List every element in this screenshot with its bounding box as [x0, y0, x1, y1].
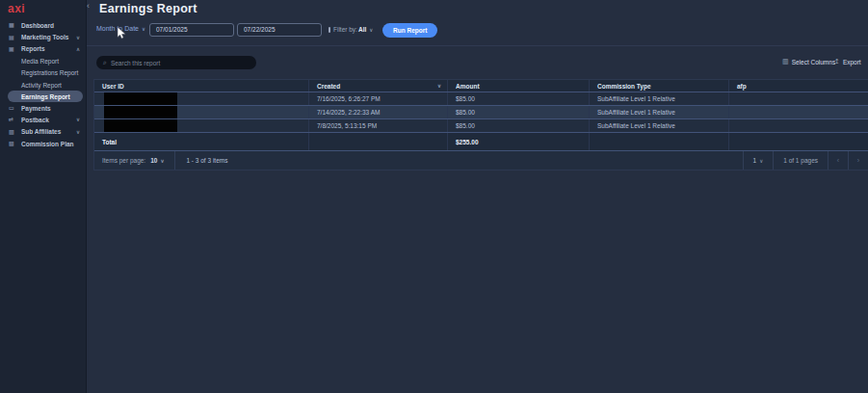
- sidebar-item-label: Registrations Report: [21, 69, 78, 76]
- user-id-cell: [94, 106, 309, 118]
- date-from-input[interactable]: [150, 26, 241, 33]
- afp-cell: [729, 119, 868, 132]
- payments-icon: ▭: [9, 105, 16, 111]
- sidebar-item-dashboard[interactable]: ▦ Dashboard: [0, 19, 87, 31]
- chevron-down-icon: ∨: [76, 35, 80, 40]
- total-label: Total: [94, 133, 309, 150]
- pagination-range: 1 - 3 of 3 items: [186, 157, 227, 164]
- items-per-page-value: 10: [150, 157, 157, 164]
- amount-cell: $85.00: [448, 92, 590, 105]
- table-row[interactable]: 7/8/2025, 5:13:15 PM $85.00 SubAffiliate…: [94, 119, 868, 133]
- sidebar-item-label: Activity Report: [21, 82, 62, 89]
- sidebar-item-registrations-report[interactable]: Registrations Report: [0, 67, 87, 79]
- export-icon: ↥: [834, 58, 840, 66]
- filter-by-label: Filter by:: [333, 26, 357, 33]
- sidebar-item-commission-plan[interactable]: ▧ Commission Plan: [0, 138, 87, 149]
- sidebar-item-label: Reports: [21, 45, 45, 52]
- date-to-field[interactable]: [237, 23, 322, 37]
- sidebar-item-label: Media Report: [21, 58, 59, 65]
- chevron-down-icon: ∨: [759, 158, 763, 164]
- prev-page-button[interactable]: ‹: [828, 151, 848, 170]
- total-created-cell: [309, 133, 448, 150]
- sidebar-item-earnings-report[interactable]: Earnings Report: [8, 91, 83, 102]
- table-total-row: Total $255.00: [94, 133, 868, 151]
- select-columns-button[interactable]: ▥ Select Columns: [782, 58, 835, 66]
- filter-by-value: All: [358, 26, 366, 33]
- sidebar-item-media-report[interactable]: Media Report: [0, 55, 87, 66]
- sidebar-item-marketing-tools[interactable]: ▤ Marketing Tools ∨: [0, 31, 87, 42]
- sidebar-item-label: Postback: [21, 117, 49, 123]
- columns-icon: ▥: [782, 58, 789, 66]
- app-logo[interactable]: axi: [8, 2, 25, 15]
- export-label: Export: [843, 59, 861, 66]
- chevron-down-icon: ∨: [369, 27, 373, 33]
- next-page-button[interactable]: ›: [848, 151, 868, 170]
- sidebar-item-payments[interactable]: ▭ Payments: [0, 102, 87, 114]
- export-button[interactable]: ↥ Export: [834, 58, 861, 66]
- page-select-dropdown[interactable]: 1∨: [743, 151, 774, 170]
- chevron-down-icon: ∨: [76, 117, 80, 122]
- sidebar-item-label: Dashboard: [21, 22, 54, 29]
- commission-type-cell: SubAffiliate Level 1 Relative: [590, 92, 729, 105]
- created-cell: 7/14/2025, 2:22:33 AM: [309, 106, 448, 118]
- page-select-value: 1: [753, 157, 757, 164]
- amount-cell: $85.00: [448, 119, 590, 132]
- column-header-afp[interactable]: afp: [729, 80, 868, 92]
- pagination-bar: Items per page: 10∨ 1 - 3 of 3 items 1∨ …: [94, 151, 868, 170]
- created-cell: 7/8/2025, 5:13:15 PM: [309, 119, 448, 132]
- total-commission-cell: [590, 133, 729, 150]
- amount-cell: $85.00: [448, 106, 590, 118]
- column-header-amount[interactable]: Amount: [448, 80, 590, 92]
- postback-icon: ⇄: [9, 117, 16, 122]
- created-cell: 7/16/2025, 6:26:27 PM: [309, 92, 448, 105]
- commission-type-cell: SubAffiliate Level 1 Relative: [590, 119, 729, 132]
- sidebar: axi ▦ Dashboard ▤ Marketing Tools ∨ ▣ Re…: [0, 0, 87, 393]
- date-from-field[interactable]: [149, 23, 234, 37]
- redacted-user-id: [104, 119, 177, 132]
- column-header-commission-type[interactable]: Commission Type: [590, 80, 729, 92]
- commission-plan-icon: ▧: [9, 141, 16, 146]
- table-row[interactable]: 7/14/2025, 2:22:33 AM $85.00 SubAffiliat…: [94, 106, 868, 119]
- search-input[interactable]: [111, 60, 256, 66]
- items-per-page-label: Items per page:: [102, 157, 145, 164]
- page-title: Earnings Report: [99, 2, 197, 15]
- commission-type-cell: SubAffiliate Level 1 Relative: [590, 106, 729, 118]
- page-count-text: 1 of 1 pages: [773, 151, 828, 170]
- sort-desc-icon[interactable]: ∨: [437, 83, 441, 89]
- mouse-cursor: [117, 26, 127, 43]
- column-header-user-id[interactable]: User ID: [94, 80, 309, 92]
- afp-cell: [729, 92, 868, 105]
- date-to-input[interactable]: [238, 26, 329, 33]
- filter-by-dropdown[interactable]: All∨: [358, 26, 373, 33]
- table-header-row: User ID Created ∨ Amount Commission Type…: [94, 79, 868, 92]
- items-per-page: Items per page: 10∨ 1 - 3 of 3 items: [94, 151, 227, 170]
- header-divider: [87, 45, 868, 46]
- sidebar-item-activity-report[interactable]: Activity Report: [0, 79, 87, 91]
- pagination-divider: [174, 151, 175, 170]
- sidebar-item-label: Commission Plan: [21, 141, 74, 147]
- items-per-page-dropdown[interactable]: 10∨: [150, 157, 164, 164]
- sidebar-nav: ▦ Dashboard ▤ Marketing Tools ∨ ▣ Report…: [0, 19, 87, 149]
- sidebar-item-label: Earnings Report: [21, 93, 70, 100]
- sidebar-item-label: Marketing Tools: [21, 34, 68, 40]
- run-report-button[interactable]: Run Report: [382, 23, 437, 38]
- earnings-table: User ID Created ∨ Amount Commission Type…: [93, 79, 868, 170]
- user-id-cell: [94, 92, 309, 105]
- chevron-down-icon: ∨: [76, 129, 80, 135]
- report-search[interactable]: ⌕: [96, 56, 256, 69]
- sidebar-item-label: Payments: [21, 105, 51, 112]
- total-afp-cell: [729, 133, 868, 150]
- table-row[interactable]: 7/16/2025, 6:26:27 PM $85.00 SubAffiliat…: [94, 92, 868, 106]
- sidebar-item-reports[interactable]: ▣ Reports ∧: [0, 43, 87, 55]
- chevron-down-icon: ∨: [160, 158, 164, 164]
- pagination-controls: 1∨ 1 of 1 pages ‹ ›: [743, 151, 868, 170]
- calendar-icon: [329, 27, 330, 33]
- sidebar-item-postback[interactable]: ⇄ Postback ∨: [0, 114, 87, 125]
- reports-icon: ▣: [9, 46, 16, 52]
- chevron-up-icon: ∧: [76, 46, 80, 52]
- search-icon: ⌕: [103, 59, 107, 66]
- afp-cell: [729, 106, 868, 118]
- column-header-created[interactable]: Created ∨: [309, 80, 448, 92]
- sidebar-collapse-icon[interactable]: ‹: [87, 1, 90, 11]
- sidebar-item-sub-affiliates[interactable]: ▥ Sub Affiliates ∨: [0, 126, 87, 138]
